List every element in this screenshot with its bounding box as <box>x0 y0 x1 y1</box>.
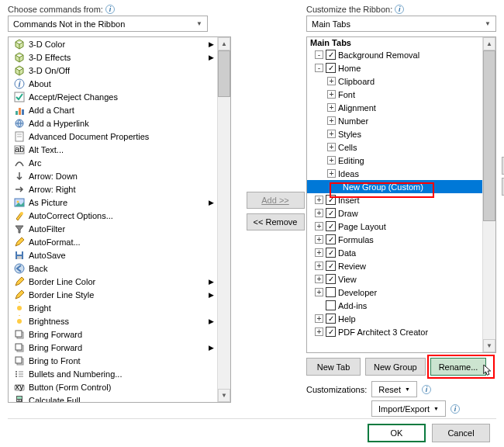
info-icon[interactable]: i <box>450 404 460 414</box>
tree-row[interactable]: +Page Layout <box>307 220 482 233</box>
tree-row[interactable]: -Home <box>307 61 482 74</box>
list-item[interactable]: As Picture▶ <box>9 196 217 209</box>
expand-collapse-icon[interactable]: + <box>315 288 323 296</box>
scroll-thumb[interactable] <box>483 50 495 221</box>
expand-collapse-icon[interactable]: - <box>315 50 323 59</box>
info-icon[interactable]: i <box>422 385 431 394</box>
list-item[interactable]: Bullets and Numbering... <box>9 367 217 380</box>
list-item[interactable]: Add a Chart <box>9 103 217 116</box>
expand-collapse-icon[interactable]: + <box>315 196 323 204</box>
expand-collapse-icon[interactable]: + <box>327 116 336 125</box>
list-item[interactable]: Bring Forward <box>9 327 217 341</box>
tree-row[interactable]: +Draw <box>307 206 482 220</box>
checkbox[interactable] <box>326 50 336 60</box>
tree-row[interactable]: +Font <box>307 88 482 101</box>
list-item[interactable]: xyButton (Form Control) <box>9 380 217 393</box>
ribbon-tree[interactable]: Main Tabs -Background Removal-Home+Clipb… <box>306 36 496 353</box>
tree-row[interactable]: +Styles <box>307 127 482 140</box>
expand-collapse-icon[interactable]: + <box>315 262 323 270</box>
tree-row[interactable]: New Group (Custom) <box>307 180 482 193</box>
checkbox[interactable] <box>326 248 336 258</box>
tree-row[interactable]: +Add-ins <box>307 299 482 312</box>
checkbox[interactable] <box>326 274 336 284</box>
tree-row[interactable]: +View <box>307 272 482 286</box>
expand-collapse-icon[interactable]: + <box>315 222 323 230</box>
list-item[interactable]: Border Line Style▶ <box>9 288 217 301</box>
checkbox[interactable] <box>326 287 336 297</box>
list-item[interactable]: 3-D On/Off <box>9 64 217 77</box>
checkbox[interactable] <box>326 234 336 244</box>
list-item[interactable]: AutoSave <box>9 248 217 262</box>
tree-row[interactable]: +Clipboard <box>307 74 482 88</box>
checkbox[interactable] <box>326 221 336 231</box>
checkbox[interactable] <box>326 63 336 73</box>
tree-row[interactable]: +Help <box>307 312 482 325</box>
scroll-thumb[interactable] <box>218 50 230 97</box>
tree-row[interactable]: +Ideas <box>307 167 482 180</box>
commands-list[interactable]: 3-D Color▶3-D Effects▶3-D On/OffiAboutAc… <box>8 36 231 403</box>
scroll-up-icon[interactable]: ▲ <box>218 37 230 50</box>
scrollbar[interactable]: ▲ ▼ <box>482 37 495 352</box>
checkbox[interactable] <box>326 327 336 337</box>
rename-button[interactable]: Rename... <box>430 358 487 376</box>
list-item[interactable]: abAlt Text... <box>9 143 217 156</box>
tree-row[interactable]: -Background Removal <box>307 48 482 61</box>
cancel-button[interactable]: Cancel <box>432 424 490 442</box>
expand-collapse-icon[interactable]: + <box>327 77 336 85</box>
checkbox[interactable] <box>326 300 336 310</box>
info-icon[interactable]: i <box>105 5 115 14</box>
tree-row[interactable]: +Cells <box>307 140 482 154</box>
expand-collapse-icon[interactable]: + <box>327 130 336 138</box>
list-item[interactable]: AutoFormat... <box>9 235 217 248</box>
expand-collapse-icon[interactable]: + <box>315 327 323 336</box>
list-item[interactable]: Bring Forward▶ <box>9 341 217 354</box>
expand-collapse-icon[interactable]: + <box>327 156 336 165</box>
info-icon[interactable]: i <box>395 5 404 14</box>
list-item[interactable]: iAbout <box>9 77 217 90</box>
checkbox[interactable] <box>326 208 336 218</box>
list-item[interactable]: Brightness▶ <box>9 314 217 327</box>
new-tab-button[interactable]: New Tab <box>306 358 361 376</box>
customize-ribbon-combo[interactable]: Main Tabs▼ <box>306 16 496 32</box>
expand-collapse-icon[interactable]: + <box>315 314 323 323</box>
list-item[interactable]: AutoFilter <box>9 222 217 235</box>
expand-collapse-icon[interactable]: + <box>327 103 336 112</box>
tree-row[interactable]: +PDF Architect 3 Creator <box>307 325 482 338</box>
list-item[interactable]: Arrow: Right <box>9 182 217 196</box>
list-item[interactable]: Back <box>9 262 217 275</box>
list-item[interactable]: AutoCorrect Options... <box>9 209 217 222</box>
checkbox[interactable] <box>326 314 336 324</box>
expand-collapse-icon[interactable]: + <box>315 248 323 257</box>
new-group-button[interactable]: New Group <box>365 358 426 376</box>
scroll-down-icon[interactable]: ▼ <box>218 389 230 402</box>
list-item[interactable]: Arrow: Down <box>9 169 217 182</box>
list-item[interactable]: Border Line Color▶ <box>9 275 217 288</box>
ok-button[interactable]: OK <box>368 424 426 442</box>
expand-collapse-icon[interactable]: + <box>315 275 323 283</box>
tree-row[interactable]: +Review <box>307 259 482 272</box>
tree-row[interactable]: +Data <box>307 246 482 259</box>
list-item[interactable]: Advanced Document Properties <box>9 130 217 143</box>
expand-collapse-icon[interactable]: + <box>315 209 323 217</box>
tree-row[interactable]: +Insert <box>307 193 482 206</box>
scroll-down-icon[interactable]: ▼ <box>483 339 495 352</box>
list-item[interactable]: 3-D Color▶ <box>9 37 217 50</box>
tree-row[interactable]: +Number <box>307 114 482 127</box>
expand-collapse-icon[interactable]: + <box>327 169 336 178</box>
list-item[interactable]: Add a Hyperlink <box>9 116 217 130</box>
tree-row[interactable]: +Editing <box>307 154 482 167</box>
scrollbar[interactable]: ▲ ▼ <box>217 37 230 402</box>
list-item[interactable]: 3-D Effects▶ <box>9 50 217 64</box>
list-item[interactable]: Bring to Front <box>9 354 217 367</box>
remove-button[interactable]: << Remove <box>247 213 305 230</box>
tree-row[interactable]: +Formulas <box>307 233 482 246</box>
checkbox[interactable] <box>326 261 336 271</box>
scroll-up-icon[interactable]: ▲ <box>483 37 495 50</box>
list-item[interactable]: Bright <box>9 301 217 314</box>
expand-collapse-icon[interactable]: + <box>327 143 336 151</box>
choose-commands-combo[interactable]: Commands Not in the Ribbon▼ <box>8 16 208 32</box>
list-item[interactable]: Calculate Full <box>9 393 217 402</box>
checkbox[interactable] <box>326 195 336 205</box>
expand-collapse-icon[interactable]: + <box>315 235 323 244</box>
list-item[interactable]: Arc <box>9 156 217 169</box>
